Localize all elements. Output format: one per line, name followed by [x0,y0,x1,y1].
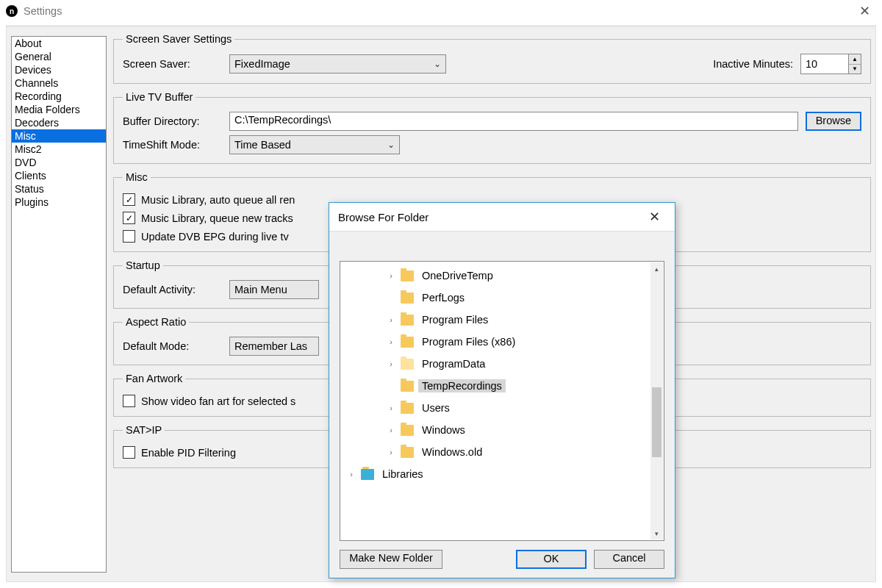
sidebar-item-misc2[interactable]: Misc2 [12,143,106,156]
window-title: Settings [24,5,62,17]
tree-item-label: Program Files (x86) [418,335,519,348]
screensaver-combo[interactable]: FixedImage ⌄ [229,54,446,74]
sidebar-item-about[interactable]: About [12,37,106,50]
checkbox-icon: ✓ [123,193,135,206]
expander-icon[interactable]: › [384,337,398,346]
tree-item[interactable]: ›Windows [340,419,664,441]
chevron-down-icon: ⌄ [434,59,441,69]
app-icon: n [6,5,18,17]
tree-item-label: Libraries [379,467,427,481]
timeshift-combo[interactable]: Time Based ⌄ [229,135,400,154]
tree-scrollbar[interactable]: ▴ ▾ [650,262,663,539]
misc-checkbox-2-label: Music Library, queue new tracks [141,212,293,224]
expander-icon[interactable]: › [384,448,398,456]
window-titlebar: n Settings ✕ [0,0,882,22]
startup-legend: Startup [123,259,163,271]
checkbox-icon: ✓ [123,212,135,224]
scroll-down-icon[interactable]: ▾ [650,527,663,539]
startup-combo[interactable]: Main Menu [229,280,319,299]
sidebar-item-misc[interactable]: Misc [12,129,106,143]
screensaver-group: Screen Saver Settings Screen Saver: Fixe… [113,33,871,84]
tree-item[interactable]: ›Windows.old [340,441,664,463]
folder-icon [401,447,414,458]
tree-item[interactable]: ›Program Files [340,309,664,331]
checkbox-icon [123,395,135,407]
folder-icon [401,359,414,370]
tree-item-label: OneDriveTemp [418,269,497,282]
tree-item-label: TempRecordings [418,379,506,392]
sidebar-item-devices[interactable]: Devices [12,63,106,76]
browse-button[interactable]: Browse [806,112,861,131]
tree-item-label: ProgramData [418,357,489,370]
browse-folder-dialog: Browse For Folder ✕ ›OneDriveTempPerfLog… [329,202,675,578]
expander-icon[interactable]: › [384,426,398,434]
satip-legend: SAT>IP [123,424,165,436]
aspect-label: Default Mode: [123,340,229,352]
sidebar-item-dvd[interactable]: DVD [12,156,106,169]
sidebar-item-channels[interactable]: Channels [12,76,106,90]
scroll-thumb[interactable] [652,387,662,457]
sidebar-item-clients[interactable]: Clients [12,169,106,182]
settings-sidebar[interactable]: AboutGeneralDevicesChannelsRecordingMedi… [11,36,107,573]
tree-item[interactable]: ›Users [340,397,664,419]
sidebar-item-recording[interactable]: Recording [12,90,106,103]
tree-item-label: Windows.old [418,445,486,459]
folder-icon [401,403,414,414]
dialog-titlebar: Browse For Folder ✕ [329,203,675,231]
buffer-group: Live TV Buffer Buffer Directory: C:\Temp… [113,91,871,164]
spinner-up-icon[interactable]: ▲ [849,54,861,65]
timeshift-label: TimeShift Mode: [123,139,229,151]
tree-item-label: Program Files [418,313,492,326]
libraries-icon [361,469,374,480]
fanart-checkbox-label: Show video fan art for selected s [141,395,295,407]
sidebar-item-plugins[interactable]: Plugins [12,196,106,209]
screensaver-legend: Screen Saver Settings [123,33,234,45]
checkbox-icon [123,446,135,459]
expander-icon[interactable]: › [384,315,398,324]
tree-item-label: PerfLogs [418,291,468,304]
dialog-close-button[interactable]: ✕ [643,209,666,225]
misc-checkbox-1-label: Music Library, auto queue all ren [141,194,295,206]
folder-icon [401,425,414,436]
inactive-minutes-label: Inactive Minutes: [713,58,793,70]
cancel-button[interactable]: Cancel [594,550,664,569]
sidebar-item-media-folders[interactable]: Media Folders [12,103,106,116]
checkbox-icon [123,230,135,243]
misc-checkbox-3-label: Update DVB EPG during live tv [141,231,289,243]
folder-tree[interactable]: ›OneDriveTempPerfLogs›Program Files›Prog… [340,261,664,541]
sidebar-item-decoders[interactable]: Decoders [12,116,106,129]
screensaver-combo-value: FixedImage [234,58,290,70]
tree-item[interactable]: ›ProgramData [340,353,664,375]
tree-item[interactable]: TempRecordings [340,375,664,397]
timeshift-combo-value: Time Based [234,139,291,151]
buffer-dir-input[interactable]: C:\TempRecordings\ [229,112,798,131]
startup-combo-value: Main Menu [234,284,287,295]
expander-icon[interactable]: › [345,470,358,478]
satip-checkbox-label: Enable PID Filtering [141,447,236,459]
aspect-combo[interactable]: Remember Las [229,337,319,356]
sidebar-item-general[interactable]: General [12,50,106,63]
spinner-down-icon[interactable]: ▼ [849,65,861,74]
tree-item[interactable]: ›Program Files (x86) [340,331,664,353]
fanart-legend: Fan Artwork [123,373,185,384]
window-close-button[interactable]: ✕ [853,3,876,19]
screensaver-label: Screen Saver: [123,58,229,70]
dialog-title: Browse For Folder [338,211,429,223]
expander-icon[interactable]: › [384,404,398,412]
sidebar-item-status[interactable]: Status [12,182,106,196]
inactive-minutes-spinner[interactable]: 10 ▲ ▼ [800,54,861,74]
expander-icon[interactable]: › [384,359,398,368]
ok-button[interactable]: OK [516,550,587,569]
buffer-dir-label: Buffer Directory: [123,115,229,127]
folder-icon [401,270,414,282]
tree-item[interactable]: PerfLogs [340,287,664,309]
scroll-up-icon[interactable]: ▴ [650,262,663,275]
buffer-legend: Live TV Buffer [123,91,196,103]
inactive-minutes-value[interactable]: 10 [801,54,848,74]
tree-item[interactable]: ›OneDriveTemp [340,265,664,287]
expander-icon[interactable]: › [384,271,398,280]
chevron-down-icon: ⌄ [387,140,395,150]
tree-item[interactable]: ›Libraries [340,463,664,485]
make-new-folder-button[interactable]: Make New Folder [340,550,442,569]
folder-icon [401,381,414,392]
